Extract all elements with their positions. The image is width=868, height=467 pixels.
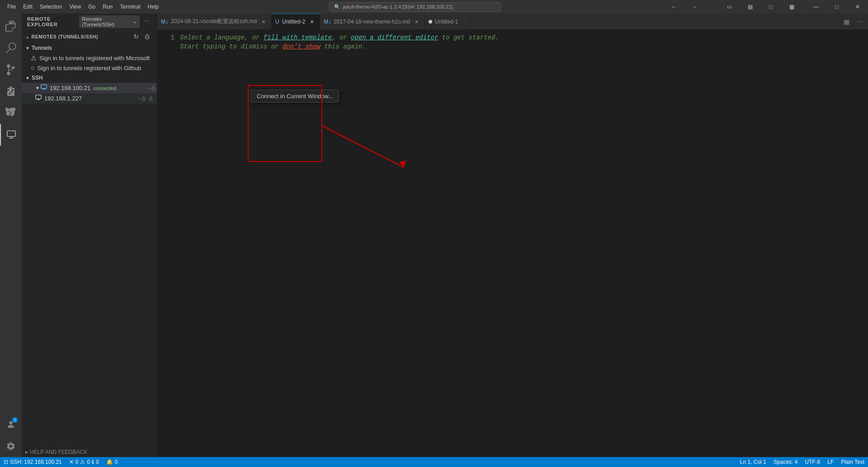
ssh-item-100-21-actions: →⎙: [146, 84, 155, 93]
ssh-item-1-227[interactable]: 192.168.1.227 →⎙ ⎙: [22, 93, 157, 104]
search-bar[interactable]: 🔍 jekyll-theme-H2O-ac-1.3.4 [SSH: 192.16…: [329, 2, 501, 12]
sidebar-title: REMOTE EXPLORER: [27, 16, 79, 27]
search-text: jekyll-theme-H2O-ac-1.3.4 [SSH: 192.168.…: [343, 4, 453, 10]
restore-btn[interactable]: □: [826, 0, 847, 14]
language-label: Plain Text: [841, 459, 864, 465]
more-options-btn[interactable]: ⋯: [142, 15, 151, 26]
settings-icon[interactable]: [0, 435, 22, 457]
layout2-btn[interactable]: ▤: [740, 0, 760, 14]
tab-vscode-ssh[interactable]: M↓ 2024-08-21-vscode配置远程ssh.md ×: [157, 14, 272, 29]
more-tabs-btn[interactable]: ⋯: [854, 15, 866, 28]
ssh-status-item[interactable]: ⊡ SSH: 192.168.100.21: [0, 457, 66, 467]
help-feedback[interactable]: ▸ HELP AND FEEDBACK: [22, 447, 157, 457]
sign-in-microsoft-label: Sign in to tunnels registered with Micro…: [39, 55, 150, 62]
tab-untitled-2[interactable]: U Untitled-2 ×: [272, 14, 320, 29]
remotes-section-header[interactable]: ⌄ REMOTES (TUNNELS/SSH) ↻ ⎙: [22, 29, 157, 43]
menu-help[interactable]: Help: [144, 2, 163, 12]
connect-new-window-btn[interactable]: →⎙: [146, 84, 155, 93]
menu-edit[interactable]: Edit: [19, 2, 36, 12]
layout-btn[interactable]: ▭: [719, 0, 740, 14]
spaces-item[interactable]: Spaces: 4: [770, 457, 801, 467]
activity-bar: 2: [0, 14, 22, 457]
remotes-actions: ↻ ⎙: [132, 32, 151, 41]
ssh-connect-current-btn[interactable]: →⎙: [136, 94, 145, 103]
refresh-btn[interactable]: ↻: [132, 32, 141, 41]
run-debug-icon[interactable]: [0, 81, 22, 102]
encoding-item[interactable]: UTF-8: [801, 457, 824, 467]
ssh-section[interactable]: ▼ SSH: [22, 73, 157, 83]
errors-status-item[interactable]: ✕ 0 ⚠ 0 ℹ 0: [66, 457, 103, 467]
ssh-item-1-227-label: 192.168.1.227: [44, 95, 82, 102]
language-item[interactable]: Plain Text: [837, 457, 868, 467]
menu-go[interactable]: Go: [85, 2, 99, 12]
chevron-right-icon: ▸: [25, 449, 28, 455]
split-editor-btn[interactable]: ▦: [840, 15, 853, 28]
remotes-dropdown[interactable]: Remotes (Tunnels/SSH) ⌄: [79, 15, 140, 28]
tabs-bar: M↓ 2024-08-21-vscode配置远程ssh.md × U Untit…: [157, 14, 868, 29]
layout4-btn[interactable]: ▦: [781, 0, 802, 14]
nav-forward-btn[interactable]: →: [684, 0, 705, 14]
search-icon[interactable]: [0, 37, 22, 59]
accounts-badge: 2: [12, 417, 18, 423]
editor-column: M↓ 2024-08-21-vscode配置远程ssh.md × U Untit…: [157, 14, 868, 457]
error-icon: ✕: [69, 459, 74, 465]
nav-back-btn[interactable]: ←: [664, 0, 684, 14]
github-icon: ○: [31, 64, 34, 71]
status-bar-left: ⊡ SSH: 192.168.100.21 ✕ 0 ⚠ 0 ℹ 0 🔔 0: [0, 457, 122, 467]
editor-or: or: [267, 43, 283, 50]
menu-selection[interactable]: Selection: [36, 2, 66, 12]
config-btn[interactable]: ⎙: [142, 32, 151, 41]
menu-view[interactable]: View: [66, 2, 85, 12]
monitor2-icon: [35, 95, 42, 102]
editor-comma2: , or: [332, 34, 351, 41]
menu-terminal[interactable]: Terminal: [116, 2, 144, 12]
tab-theme-h2o[interactable]: M↓ 2017-04-18-new-theme-h2o.md ×: [320, 14, 425, 29]
tunnels-section[interactable]: ▼ Tunnels: [22, 43, 157, 53]
ssh-connect-new-btn[interactable]: ⎙: [146, 94, 155, 103]
sign-in-github-item[interactable]: ○ Sign in to tunnels registered with Git…: [22, 63, 157, 73]
extensions-icon[interactable]: [0, 102, 22, 124]
editor-fill-template[interactable]: fill with template: [264, 34, 332, 41]
tab-untitled-1-dot: [429, 20, 432, 24]
menu-run[interactable]: Run: [99, 2, 116, 12]
position-item[interactable]: Ln 1, Col 1: [736, 457, 770, 467]
editor-get-started: to get started.: [438, 34, 499, 41]
source-control-icon[interactable]: [0, 59, 22, 81]
title-bar: File Edit Selection View Go Run Terminal…: [0, 0, 868, 14]
sign-in-github-label: Sign in to tunnels registered with Githu…: [37, 65, 141, 71]
ssh-item-100-21[interactable]: ▼ 192.168.100.21 connected →⎙: [22, 83, 157, 93]
editor-open-editor[interactable]: open a different editor: [351, 34, 438, 41]
tab-vscode-ssh-close[interactable]: ×: [259, 18, 268, 26]
sidebar-header: REMOTE EXPLORER Remotes (Tunnels/SSH) ⌄ …: [22, 14, 157, 29]
svg-rect-2: [41, 85, 47, 89]
monitor-icon: [41, 84, 47, 92]
menu-file[interactable]: File: [4, 2, 19, 12]
notifications-item[interactable]: 🔔 0: [103, 457, 122, 467]
tab-untitled-2-close[interactable]: ×: [308, 18, 316, 26]
tabs-right-actions: ▦ ⋯: [840, 14, 868, 29]
minimize-btn[interactable]: —: [806, 0, 826, 14]
editor-dont-show[interactable]: don't show: [283, 43, 321, 50]
close-btn[interactable]: ✕: [847, 0, 868, 14]
tab-theme-h2o-icon: M↓: [324, 19, 331, 25]
status-bar: ⊡ SSH: 192.168.100.21 ✕ 0 ⚠ 0 ℹ 0 🔔 0 Ln…: [0, 457, 868, 467]
tab-untitled-1[interactable]: Untitled-1: [425, 14, 470, 29]
sidebar: REMOTE EXPLORER Remotes (Tunnels/SSH) ⌄ …: [22, 14, 157, 457]
sidebar-bottom: ▸ HELP AND FEEDBACK: [22, 447, 157, 457]
remote-explorer-icon[interactable]: [0, 124, 22, 146]
accounts-icon[interactable]: 2: [0, 414, 22, 435]
sign-in-microsoft-item[interactable]: ⚠ Sign in to tunnels registered with Mic…: [22, 53, 157, 63]
remote-icon: ⊡: [4, 459, 8, 465]
connect-current-window-menuitem[interactable]: Connect in Current Window...: [251, 90, 339, 102]
tab-theme-h2o-label: 2017-04-18-new-theme-h2o.md: [334, 19, 410, 25]
explorer-icon[interactable]: [0, 15, 22, 37]
encoding-label: UTF-8: [805, 459, 820, 465]
spaces-label: Spaces: 4: [774, 459, 797, 465]
remotes-dropdown-label: Remotes (Tunnels/SSH): [82, 16, 131, 27]
editor-again: this again.: [321, 43, 366, 50]
layout3-btn[interactable]: □: [760, 0, 781, 14]
tab-theme-h2o-close[interactable]: ×: [413, 18, 421, 26]
connected-badge: connected: [93, 86, 116, 91]
line-ending-label: LF: [827, 459, 834, 465]
line-ending-item[interactable]: LF: [824, 457, 837, 467]
